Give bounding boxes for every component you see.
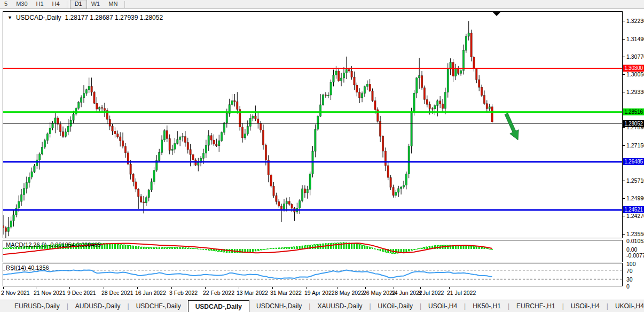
time-axis-label: 8 May 2022 xyxy=(335,290,364,296)
ohlc-values: 1.28177 1.28687 1.27939 1.28052 xyxy=(65,14,163,21)
tab-usdcad-daily[interactable]: USDCAD-,Daily xyxy=(188,300,249,312)
price-chart-panel: ▼ USDCAD-,Daily 1.28177 1.28687 1.27939 … xyxy=(3,11,623,238)
time-axis-tick xyxy=(307,287,307,289)
time-axis-tick xyxy=(239,287,239,289)
tab-eurusd-daily[interactable]: EURUSD-,Daily xyxy=(7,300,67,312)
price-axis-label: 1.31490 xyxy=(626,36,644,42)
time-axis-label: 16 Jan 2022 xyxy=(135,290,166,296)
time-axis-tick xyxy=(36,287,36,289)
time-axis-label: 26 May 2022 xyxy=(363,290,396,296)
price-axis-tick xyxy=(623,57,625,57)
macd-label: MACD(12,26,9) -0.001954 0.000465 xyxy=(6,241,101,248)
tab-usoil-h4[interactable]: USOil-,H4 xyxy=(564,300,607,312)
time-axis-label: 19 Apr 2022 xyxy=(304,290,335,296)
tab-usdcnh-daily[interactable]: USDCNH-,Daily xyxy=(249,300,309,312)
price-axis-tick xyxy=(623,234,625,235)
price-level-badge: 1.24521 xyxy=(623,206,644,213)
tab-hk50-h1[interactable]: HK50-,H1 xyxy=(466,300,508,312)
macd-indicator-panel: MACD(12,26,9) -0.001954 0.000465 xyxy=(3,240,623,262)
rsi-indicator-panel: RSI(14) 40.1356 xyxy=(3,263,623,286)
toolbar-separator xyxy=(67,1,67,8)
tab-xauusd-daily[interactable]: XAUUSD-,Daily xyxy=(310,300,369,312)
timeframe-button-h1[interactable]: H1 xyxy=(32,0,48,9)
timeframe-button-m30[interactable]: M30 xyxy=(12,0,32,9)
timeframe-toolbar: 5M30H1H4D1W1MN xyxy=(0,0,644,9)
time-axis-tick xyxy=(272,287,273,289)
price-axis-tick xyxy=(623,92,625,92)
time-axis-label: 3 Jul 2022 xyxy=(418,290,444,296)
rsi-axis-label: 100 xyxy=(626,261,636,267)
timeframe-button-h4[interactable]: H4 xyxy=(48,0,64,9)
time-axis-label: 21 Jul 2022 xyxy=(447,290,476,296)
time-axis-label: 13 Mar 2022 xyxy=(237,290,268,296)
timeframe-button-mn[interactable]: MN xyxy=(104,0,122,9)
symbol-tab-bar: EURUSD-,Daily|AUDUSD-,Daily|USDCHF-,Dail… xyxy=(0,300,644,312)
tab-usoil-h4[interactable]: USOil-,H4 xyxy=(421,300,464,312)
price-axis-tick xyxy=(623,21,625,21)
price-axis-label: 1.30770 xyxy=(626,53,644,60)
price-axis-label: 1.24990 xyxy=(626,195,644,201)
time-axis-label: 31 Mar 2022 xyxy=(270,290,302,296)
time-axis-label: 3 Feb 2022 xyxy=(169,290,198,296)
rsi-axis-label: 30 xyxy=(626,276,633,283)
symbol-dropdown-icon[interactable]: ▼ xyxy=(7,14,12,21)
macd-axis-label: -0.00774 xyxy=(626,252,644,259)
price-axis-tick xyxy=(623,39,625,40)
price-axis-tick xyxy=(623,198,625,199)
price-axis-tick xyxy=(623,181,625,181)
price-axis-tick xyxy=(623,145,625,146)
price-axis-label: 1.24270 xyxy=(626,213,644,219)
price-axis-label: 1.23550 xyxy=(626,231,644,237)
toolbar-separator xyxy=(124,1,125,8)
price-level-badge: 1.26485 xyxy=(623,158,644,165)
timeframe-button-5[interactable]: 5 xyxy=(0,0,12,9)
tab-ukoil-h4[interactable]: UKOil-,H4 xyxy=(608,300,644,312)
time-axis-tick xyxy=(365,287,366,289)
time-axis-label: 9 Dec 2021 xyxy=(67,290,96,296)
time-axis-tick xyxy=(205,287,206,289)
time-axis-tick xyxy=(420,287,421,289)
price-axis-label: 1.27150 xyxy=(626,142,644,149)
time-axis-label: 22 Feb 2022 xyxy=(203,290,234,296)
price-axis-tick xyxy=(623,127,625,128)
time-axis-tick xyxy=(137,287,138,289)
tab-audusd-daily[interactable]: AUDUSD-,Daily xyxy=(68,300,128,312)
time-axis-tick xyxy=(104,287,104,289)
price-axis-label: 1.30050 xyxy=(626,71,644,77)
price-axis-tick xyxy=(623,74,625,75)
time-axis-tick xyxy=(449,287,450,289)
rsi-label: RSI(14) 40.1356 xyxy=(6,264,49,271)
chart-title: ▼ USDCAD-,Daily 1.28177 1.28687 1.27939 … xyxy=(7,14,163,21)
price-level-badge: 1.30300 xyxy=(623,65,644,72)
time-axis-label: 21 Nov 2021 xyxy=(34,290,66,296)
time-axis-tick xyxy=(171,287,172,289)
time-axis-tick xyxy=(69,287,70,289)
price-axis-label: 1.32230 xyxy=(626,18,644,24)
price-level-badge: 1.28052 xyxy=(623,120,644,127)
price-level-badge: 1.28516 xyxy=(623,108,644,115)
time-axis-tick xyxy=(394,287,394,289)
timeframe-button-d1[interactable]: D1 xyxy=(70,0,87,9)
tab-usdchf-daily[interactable]: USDCHF-,Daily xyxy=(129,300,188,312)
price-axis-tick xyxy=(623,216,625,216)
time-axis-tick xyxy=(337,287,337,289)
tab-ukoil-daily[interactable]: UKOil-,Daily xyxy=(371,300,420,312)
rsi-axis-label: 0 xyxy=(626,283,630,290)
symbol-name: USDCAD-,Daily xyxy=(16,14,61,21)
tab-eurchf-h1[interactable]: EURCHF-,H1 xyxy=(509,300,562,312)
time-axis-label: 28 Dec 2021 xyxy=(101,290,133,296)
rsi-axis-label: 70 xyxy=(626,268,633,274)
trading-terminal-window: 5M30H1H4D1W1MN ▼ USDCAD-,Daily 1.28177 1… xyxy=(0,0,644,312)
macd-axis-label: 0.01052 xyxy=(626,238,644,244)
time-axis-tick xyxy=(3,287,4,289)
timeframe-button-w1[interactable]: W1 xyxy=(87,0,105,9)
price-axis-label: 1.29330 xyxy=(626,89,644,95)
time-axis-label: 2 Nov 2021 xyxy=(1,290,30,296)
price-axis-label: 1.25710 xyxy=(626,177,644,184)
